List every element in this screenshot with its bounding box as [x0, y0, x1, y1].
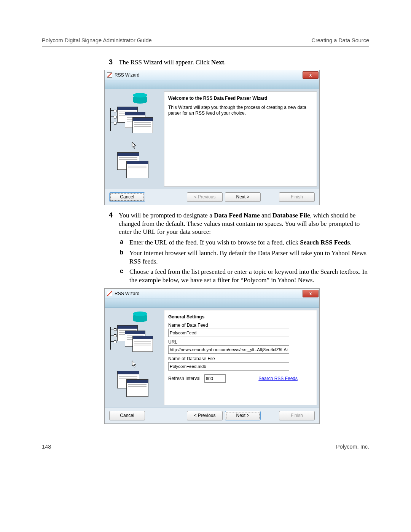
- text-bold: Data Feed Name: [214, 212, 260, 219]
- text-bold: Next: [211, 59, 224, 66]
- windows-stack-icon: [117, 107, 151, 137]
- text-bold: Database File: [272, 212, 310, 219]
- text-fragment: and: [260, 212, 272, 219]
- step-4: 4 You will be prompted to designate a Da…: [42, 211, 369, 236]
- refresh-interval-input[interactable]: [204, 374, 226, 383]
- header-right: Creating a Data Source: [311, 37, 369, 43]
- url-label: URL: [168, 339, 313, 345]
- wizard-button-bar: Cancel < Previous Next > Finish: [105, 407, 319, 423]
- cancel-button[interactable]: Cancel: [109, 192, 145, 202]
- step-number: 4: [42, 211, 113, 236]
- wizard-content-panel: Welcome to the RSS Data Feed Parser Wiza…: [164, 91, 317, 187]
- wizard-content-panel: General Settings Name of Data Feed URL N…: [164, 310, 317, 405]
- cursor-icon: [131, 360, 137, 368]
- close-icon[interactable]: x: [303, 290, 319, 297]
- app-icon: [107, 291, 112, 296]
- text-fragment: .: [224, 59, 226, 66]
- titlebar: RSS Wizard x: [105, 289, 319, 299]
- dialog-body: General Settings Name of Data Feed URL N…: [105, 308, 319, 407]
- page-number: 148: [42, 444, 51, 450]
- substep-a: a Enter the URL of the feed. If you wish…: [42, 238, 369, 247]
- finish-button[interactable]: Finish: [279, 411, 315, 420]
- wizard-button-bar: Cancel < Previous Next > Finish: [105, 189, 319, 205]
- text-fragment: .: [350, 239, 351, 246]
- substep-c: c Choose a feed from the list presented …: [42, 268, 369, 284]
- wizard-graphic-panel: [105, 89, 164, 189]
- finish-button[interactable]: Finish: [279, 192, 315, 202]
- page-footer: 148 Polycom, Inc.: [42, 444, 369, 450]
- substep-letter: c: [42, 268, 123, 284]
- rss-wizard-screenshot-2: RSS Wizard x: [104, 288, 320, 424]
- window-title: RSS Wizard: [115, 72, 139, 78]
- windows-stack-icon: [117, 325, 151, 356]
- window-title: RSS Wizard: [115, 291, 139, 296]
- text-bold: Search RSS Feeds: [300, 239, 350, 246]
- next-button[interactable]: Next >: [225, 192, 261, 202]
- tree-connector-icon: [110, 108, 115, 131]
- name-of-data-feed-input[interactable]: [168, 329, 289, 337]
- previous-button[interactable]: < Previous: [187, 192, 223, 202]
- app-icon: [107, 72, 112, 78]
- step-3: 3 The RSS Wizard will appear. Click Next…: [42, 58, 369, 67]
- windows-pair-icon: [117, 371, 151, 401]
- search-rss-feeds-link[interactable]: Search RSS Feeds: [258, 376, 298, 381]
- database-file-input[interactable]: [168, 362, 289, 371]
- next-button[interactable]: Next >: [225, 411, 261, 420]
- substep-letter: b: [42, 249, 123, 266]
- step-text: You will be prompted to designate a Data…: [119, 211, 369, 236]
- step-number: 3: [42, 58, 113, 67]
- refresh-interval-label: Refresh Interval: [168, 376, 201, 381]
- page-header: Polycom Digital Signage Administrator Gu…: [42, 37, 369, 43]
- header-left: Polycom Digital Signage Administrator Gu…: [42, 37, 152, 43]
- header-rule: [42, 46, 369, 47]
- dialog-strip: [105, 80, 319, 89]
- dialog-strip: [105, 299, 319, 308]
- windows-pair-icon: [117, 152, 151, 183]
- substep-letter: a: [42, 238, 123, 247]
- cursor-icon: [131, 142, 137, 149]
- dialog-body: Welcome to the RSS Data Feed Parser Wiza…: [105, 89, 319, 189]
- text-fragment: You will be prompted to designate a: [119, 212, 214, 219]
- close-icon[interactable]: x: [303, 71, 319, 79]
- substep-text: Your internet browser will launch. By de…: [129, 249, 369, 266]
- substep-text: Choose a feed from the list presented or…: [129, 268, 369, 284]
- step-text: The RSS Wizard will appear. Click Next.: [119, 58, 369, 67]
- database-cylinder-icon: [133, 95, 147, 104]
- welcome-heading: Welcome to the RSS Data Feed Parser Wiza…: [168, 96, 313, 101]
- database-cylinder-icon: [133, 314, 147, 322]
- substep-text: Enter the URL of the feed. If you wish t…: [129, 238, 369, 247]
- rss-wizard-screenshot-1: RSS Wizard x: [104, 70, 320, 205]
- name-of-data-feed-label: Name of Data Feed: [168, 323, 313, 328]
- text-fragment: Enter the URL of the feed. If you wish t…: [129, 239, 300, 246]
- previous-button[interactable]: < Previous: [187, 411, 223, 420]
- welcome-description: This Wizard will step you through the pr…: [168, 105, 313, 116]
- substep-b: b Your internet browser will launch. By …: [42, 249, 369, 266]
- titlebar: RSS Wizard x: [105, 70, 319, 80]
- url-input[interactable]: [168, 345, 289, 354]
- general-settings-heading: General Settings: [168, 314, 313, 320]
- wizard-graphic-panel: [105, 308, 164, 407]
- cancel-button[interactable]: Cancel: [109, 411, 145, 420]
- tree-connector-icon: [110, 327, 115, 350]
- company-name: Polycom, Inc.: [336, 444, 369, 450]
- database-file-label: Name of Database File: [168, 356, 313, 361]
- text-fragment: The RSS Wizard will appear. Click: [119, 59, 211, 66]
